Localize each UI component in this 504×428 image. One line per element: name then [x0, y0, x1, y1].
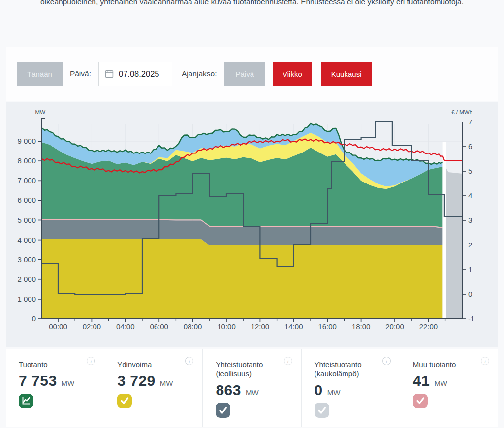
card-yhteistuotanto-kaukolampo: i Yhteistuotanto(kaukolämpö) 0MW — [302, 349, 400, 420]
period-label: Ajanjakso: — [182, 69, 217, 78]
card-title: Yhteistuotanto(kaukolämpö) — [315, 360, 390, 378]
svg-text:04:00: 04:00 — [116, 322, 135, 331]
intro-text: oikeanpuoleinen, yhtenäinen vaaleanharma… — [15, 0, 489, 7]
svg-text:00:00: 00:00 — [49, 322, 67, 331]
production-chart-panel: 01 0002 0003 0004 0005 0006 0007 0008 00… — [6, 102, 498, 347]
svg-text:06:00: 06:00 — [150, 322, 168, 331]
card-title: Yhteistuotanto(teollisuus) — [216, 360, 291, 378]
card-unit: MW — [62, 379, 75, 387]
svg-text:16:00: 16:00 — [318, 322, 337, 331]
svg-text:MW: MW — [35, 109, 46, 115]
info-icon[interactable]: i — [284, 357, 292, 365]
svg-text:0: 0 — [32, 314, 36, 323]
svg-text:8 000: 8 000 — [17, 156, 36, 165]
card-title: Tuotanto — [19, 360, 94, 369]
card-title: Ydinvoima — [117, 360, 192, 369]
svg-text:14:00: 14:00 — [284, 322, 303, 331]
check-icon — [216, 403, 230, 418]
svg-text:4 000: 4 000 — [17, 236, 36, 244]
svg-text:3: 3 — [468, 216, 472, 224]
svg-text:22:00: 22:00 — [419, 322, 438, 331]
chart-controls: Tänään Päivä: Ajanjakso: Päivä Viikko Ku… — [6, 47, 498, 101]
svg-text:4: 4 — [468, 191, 472, 200]
svg-text:6 000: 6 000 — [17, 196, 36, 204]
svg-text:7: 7 — [468, 118, 472, 126]
date-input[interactable] — [119, 69, 170, 79]
card-value: 41 — [413, 372, 430, 389]
svg-text:-1: -1 — [468, 314, 474, 323]
svg-text:02:00: 02:00 — [83, 322, 101, 331]
svg-text:08:00: 08:00 — [184, 322, 202, 331]
check-icon — [413, 394, 428, 408]
svg-text:20:00: 20:00 — [385, 322, 404, 331]
svg-text:2: 2 — [468, 241, 472, 249]
svg-text:3 000: 3 000 — [17, 255, 36, 264]
svg-text:1 000: 1 000 — [17, 295, 36, 303]
today-button[interactable]: Tänään — [17, 62, 63, 86]
production-chart[interactable]: 01 0002 0003 0004 0005 0006 0007 0008 00… — [6, 102, 498, 349]
card-yhteistuotanto-teollisuus: i Yhteistuotanto(teollisuus) 863MW — [203, 349, 301, 420]
svg-text:6: 6 — [468, 142, 472, 151]
info-icon[interactable]: i — [382, 357, 391, 365]
chart-line-icon — [19, 394, 33, 408]
card-tuotanto: i Tuotanto 7 753MW — [6, 349, 104, 420]
card-value: 3 729 — [117, 372, 156, 389]
svg-text:€ / MWh: € / MWh — [451, 109, 472, 115]
date-field[interactable] — [98, 62, 172, 86]
card-value: 863 — [216, 382, 241, 398]
svg-text:7 000: 7 000 — [17, 176, 36, 184]
info-icon[interactable]: i — [481, 357, 489, 365]
svg-text:12:00: 12:00 — [251, 322, 270, 331]
card-title: Muu tuotanto — [413, 360, 488, 369]
check-icon — [315, 403, 329, 418]
svg-text:2 000: 2 000 — [17, 275, 36, 283]
period-day-button[interactable]: Päivä — [224, 62, 265, 86]
stat-cards-row-2 — [6, 420, 498, 427]
period-week-button[interactable]: Viikko — [273, 62, 312, 86]
svg-text:0: 0 — [468, 290, 472, 298]
stat-cards-row: i Tuotanto 7 753MW i Ydinvoima 3 729MW i… — [6, 349, 498, 420]
card-unit: MW — [434, 379, 447, 387]
svg-text:5: 5 — [468, 167, 472, 175]
svg-text:18:00: 18:00 — [352, 322, 371, 331]
card-unit: MW — [160, 379, 173, 387]
card-unit: MW — [327, 388, 341, 397]
svg-text:9 000: 9 000 — [17, 137, 36, 145]
svg-text:5 000: 5 000 — [17, 216, 36, 224]
svg-text:10:00: 10:00 — [217, 322, 236, 331]
card-ydinvoima: i Ydinvoima 3 729MW — [104, 349, 203, 420]
calendar-icon — [104, 69, 114, 79]
card-unit: MW — [246, 388, 259, 397]
svg-text:1: 1 — [468, 265, 472, 274]
intro-section: oikeanpuoleinen, yhtenäinen vaaleanharma… — [0, 0, 504, 47]
period-month-button[interactable]: Kuukausi — [321, 62, 372, 86]
date-label: Päivä: — [70, 69, 91, 78]
card-value: 7 753 — [19, 372, 57, 389]
card-value: 0 — [315, 382, 323, 398]
check-icon — [117, 394, 132, 408]
card-muu-tuotanto: i Muu tuotanto 41MW — [400, 349, 498, 420]
